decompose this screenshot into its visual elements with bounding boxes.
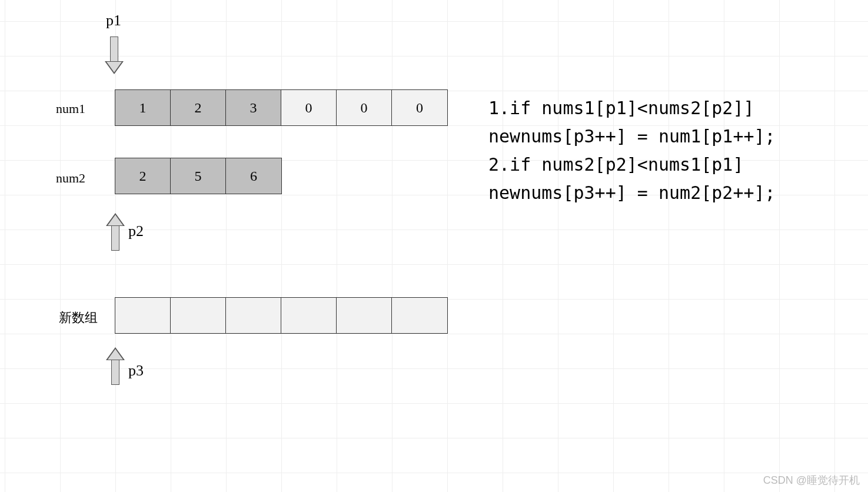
num2-cell-0: 2 — [115, 158, 171, 194]
num1-cell-4: 0 — [337, 90, 392, 125]
code-line-2: newnums[p3++] = num1[p1++]; — [488, 122, 776, 151]
pointer-p1-label: p1 — [106, 12, 121, 29]
newarray-cell-2 — [226, 298, 281, 333]
newarray-label: 新数组 — [59, 309, 98, 327]
num1-array: 1 2 3 0 0 0 — [115, 89, 448, 126]
newarray-cell-3 — [281, 298, 337, 333]
newarray-cell-4 — [337, 298, 392, 333]
num1-cell-1: 2 — [171, 90, 226, 125]
num1-cell-3: 0 — [281, 90, 337, 125]
newarray — [115, 297, 448, 334]
arrow-up-p2 — [106, 213, 125, 251]
num2-array: 2 5 6 — [115, 158, 282, 194]
arrow-up-p3 — [106, 347, 125, 385]
newarray-cell-0 — [115, 298, 171, 333]
newarray-cell-5 — [392, 298, 447, 333]
num1-cell-5: 0 — [392, 90, 447, 125]
pointer-p2-label: p2 — [128, 222, 144, 240]
num2-cell-1: 5 — [171, 158, 226, 194]
code-line-1: 1.if nums1[p1]<nums2[p2]] — [488, 94, 776, 122]
num2-label: num2 — [56, 171, 85, 186]
code-line-4: newnums[p3++] = num2[p2++]; — [488, 179, 776, 207]
num1-cell-0: 1 — [115, 90, 171, 125]
watermark: CSDN @睡觉待开机 — [763, 473, 860, 487]
num1-cell-2: 3 — [226, 90, 281, 125]
diagram-container: p1 num1 1 2 3 0 0 0 num2 2 5 6 p2 新数组 — [0, 0, 868, 492]
code-block: 1.if nums1[p1]<nums2[p2]] newnums[p3++] … — [488, 94, 776, 207]
newarray-cell-1 — [171, 298, 226, 333]
num1-label: num1 — [56, 101, 85, 117]
code-line-3: 2.if nums2[p2]<nums1[p1] — [488, 151, 776, 179]
arrow-down-p1 — [105, 36, 124, 74]
num2-cell-2: 6 — [226, 158, 281, 194]
pointer-p3-label: p3 — [128, 362, 144, 380]
